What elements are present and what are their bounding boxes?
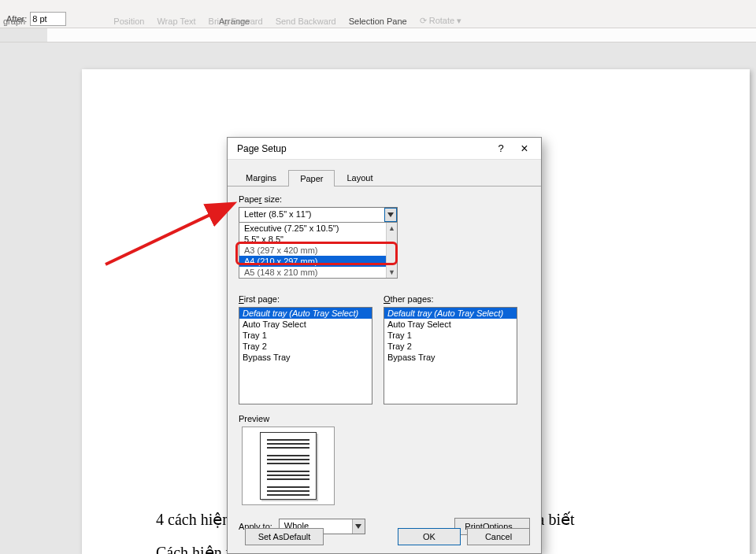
- dropdown-scrollbar[interactable]: ▲ ▼: [386, 223, 397, 278]
- rotate-button: ⟳ Rotate ▾: [420, 16, 462, 26]
- other-pages-column: Other pages: Default tray (Auto Tray Sel…: [384, 294, 517, 404]
- paper-size-option[interactable]: 5.5" x 8.5": [239, 234, 397, 245]
- dialog-help-button[interactable]: ?: [489, 142, 513, 154]
- list-item[interactable]: Auto Tray Select: [239, 319, 372, 330]
- other-pages-label: Other pages:: [384, 294, 517, 304]
- tab-paper[interactable]: Paper: [288, 170, 335, 187]
- paper-size-option[interactable]: Executive (7.25" x 10.5"): [239, 223, 397, 234]
- horizontal-ruler[interactable]: [0, 28, 756, 42]
- ribbon-fragment: After: Position Wrap Text Bring Forward …: [0, 0, 756, 28]
- paper-size-dropdown[interactable]: Executive (7.25" x 10.5") 5.5" x 8.5" A3…: [239, 222, 398, 279]
- paper-size-value: Letter (8.5" x 11"): [239, 208, 384, 222]
- tab-layout[interactable]: Layout: [335, 169, 384, 186]
- list-item[interactable]: Tray 1: [239, 330, 372, 341]
- preview-sheet: [260, 432, 317, 500]
- list-item[interactable]: Tray 1: [384, 330, 517, 341]
- paper-size-option[interactable]: A3 (297 x 420 mm): [239, 245, 397, 256]
- section-arrange: Arrange: [219, 17, 250, 26]
- dialog-footer: Set As Default OK Cancel: [239, 528, 530, 545]
- ok-button[interactable]: OK: [398, 528, 461, 545]
- other-pages-listbox[interactable]: Default tray (Auto Tray Select) Auto Tra…: [384, 307, 517, 404]
- spacing-after-input[interactable]: [30, 12, 66, 26]
- dialog-body: Paper size: Letter (8.5" x 11") Executiv…: [228, 187, 541, 543]
- chevron-down-icon[interactable]: [384, 208, 397, 222]
- cancel-button[interactable]: Cancel: [467, 528, 530, 545]
- list-item[interactable]: Tray 2: [384, 341, 517, 352]
- first-page-listbox[interactable]: Default tray (Auto Tray Select) Auto Tra…: [239, 307, 372, 404]
- dialog-tabs: Margins Paper Layout: [228, 164, 541, 187]
- dialog-titlebar[interactable]: Page Setup ? ×: [228, 138, 541, 160]
- dialog-close-button[interactable]: ×: [513, 142, 536, 156]
- tab-margins[interactable]: Margins: [234, 169, 288, 186]
- paper-size-combo[interactable]: Letter (8.5" x 11"): [239, 207, 398, 223]
- list-item[interactable]: Default tray (Auto Tray Select): [239, 308, 372, 319]
- preview-box: [242, 427, 335, 505]
- preview-label: Preview: [239, 414, 530, 423]
- paper-size-label: Paper size:: [239, 194, 530, 204]
- scroll-down-icon[interactable]: ▼: [387, 267, 397, 278]
- send-backward-button: Send Backward: [276, 17, 336, 26]
- wrap-text-button: Wrap Text: [157, 17, 195, 26]
- list-item[interactable]: Default tray (Auto Tray Select): [384, 308, 517, 319]
- scroll-up-icon[interactable]: ▲: [387, 223, 397, 234]
- document-canvas: 4 cách hiện thanh công cụ trong Word mà …: [0, 42, 756, 554]
- dialog-title: Page Setup: [237, 143, 489, 154]
- list-item[interactable]: Bypass Tray: [384, 352, 517, 363]
- first-page-column: First page: Default tray (Auto Tray Sele…: [239, 294, 372, 404]
- section-paragraph: graph: [3, 17, 25, 26]
- list-item[interactable]: Tray 2: [239, 341, 372, 352]
- list-item[interactable]: Bypass Tray: [239, 352, 372, 363]
- position-button: Position: [113, 17, 144, 26]
- set-as-default-button[interactable]: Set As Default: [245, 528, 324, 545]
- selection-pane-button[interactable]: Selection Pane: [349, 17, 407, 26]
- first-page-label: First page:: [239, 294, 372, 304]
- page-setup-dialog: Page Setup ? × Margins Paper Layout Pape…: [227, 137, 542, 554]
- list-item[interactable]: Auto Tray Select: [384, 319, 517, 330]
- paper-size-option[interactable]: A5 (148 x 210 mm): [239, 267, 397, 278]
- paper-size-option-selected[interactable]: A4 (210 x 297 mm): [239, 256, 397, 267]
